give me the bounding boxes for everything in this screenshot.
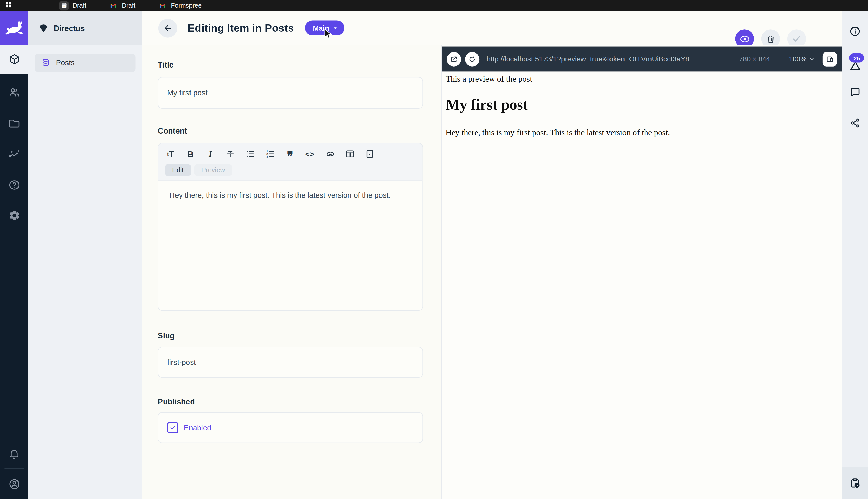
published-checkbox-label: Enabled [184, 424, 211, 432]
directus-logo[interactable] [0, 11, 28, 45]
preview-url[interactable]: http://localhost:5173/1?preview=true&tok… [487, 55, 695, 63]
live-preview-panel: http://localhost:5173/1?preview=true&tok… [442, 45, 842, 499]
app-window: 31 Draft Draft Formspree [0, 0, 868, 499]
save-check-icon [792, 34, 802, 44]
page-header: Editing Item in Posts Main [142, 11, 842, 45]
gmail-icon [158, 1, 167, 10]
sidebar-footer [842, 467, 868, 499]
format-size-icon[interactable]: tT [165, 149, 176, 159]
blockquote-icon[interactable]: ❞ [285, 149, 295, 159]
content-textarea[interactable]: Hey there, this is my first post. This i… [159, 181, 416, 210]
module-files[interactable] [0, 109, 28, 138]
published-checkbox[interactable] [167, 422, 178, 433]
navigation-sidebar: Directus Posts [28, 11, 142, 499]
published-field-label: Published [158, 397, 194, 406]
title-input[interactable]: My first post [158, 77, 423, 109]
users-module-icon [8, 86, 21, 99]
slug-input[interactable]: first-post [158, 347, 423, 378]
content-field-label: Content [158, 126, 187, 135]
gmail-icon [109, 1, 118, 10]
files-module-icon [8, 118, 21, 130]
chevron-down-icon [809, 56, 815, 62]
editor-mode-tabs: Edit Preview [165, 164, 417, 176]
slug-field-label: Slug [158, 331, 175, 340]
module-bar [0, 11, 28, 499]
right-sidebar: 25 [842, 11, 868, 499]
preview-eye-icon [739, 33, 750, 44]
open-in-new-icon [450, 55, 458, 63]
browser-tab-bar: 31 Draft Draft Formspree [0, 0, 868, 11]
shares-icon [850, 118, 860, 129]
refresh-icon [468, 55, 476, 63]
project-name: Directus [54, 23, 85, 32]
browser-tab-formspree[interactable]: Formspree [158, 1, 202, 10]
browser-tab-draft-2[interactable]: Draft [109, 1, 136, 10]
browser-tab-label: Draft [73, 2, 86, 9]
preview-zoom-select[interactable]: 100% [789, 55, 815, 63]
bold-icon[interactable]: B [185, 149, 196, 159]
numbered-list-icon[interactable]: 123 [265, 149, 276, 159]
settings-module-icon [8, 209, 21, 222]
revision-count-badge: 25 [849, 53, 864, 63]
title-value: My first post [167, 89, 207, 97]
page-title: Editing Item in Posts [188, 22, 294, 34]
notifications-bell-icon [9, 448, 20, 460]
sidebar-item-posts[interactable]: Posts [35, 54, 136, 72]
database-icon [41, 58, 50, 68]
insights-module-icon [8, 148, 21, 160]
module-help[interactable] [0, 170, 28, 199]
responsive-toggle-button[interactable] [823, 52, 837, 66]
content-module-icon [8, 53, 21, 65]
comments-icon [850, 86, 860, 97]
link-icon[interactable] [325, 149, 336, 159]
browser-tab-draft-1[interactable]: 31 Draft [59, 1, 86, 10]
notifications-button[interactable] [0, 439, 28, 468]
editor-toolbar: tT B I 123 ❞ <> [159, 144, 423, 181]
comments-drawer-button[interactable] [842, 86, 868, 97]
preview-post-body: Hey there, this is my first post. This i… [446, 128, 670, 137]
module-settings[interactable] [0, 201, 28, 230]
module-content[interactable] [0, 45, 28, 74]
preview-toolbar: http://localhost:5173/1?preview=true&tok… [442, 47, 842, 72]
project-wedge-icon [38, 23, 49, 33]
divider [4, 468, 24, 469]
tab-edit[interactable]: Edit [165, 164, 191, 176]
italic-icon[interactable]: I [205, 149, 216, 159]
slug-value: first-post [167, 358, 196, 366]
preview-document: This a preview of the post My first post… [446, 74, 670, 137]
svg-text:31: 31 [63, 5, 65, 8]
apps-grid-icon[interactable] [5, 0, 12, 10]
open-in-new-button[interactable] [447, 52, 461, 66]
refresh-button[interactable] [465, 52, 480, 66]
code-icon[interactable]: <> [304, 150, 315, 158]
svg-text:3: 3 [266, 155, 268, 158]
arrow-left-icon [163, 23, 173, 33]
published-field: Enabled [158, 412, 423, 443]
sidebar-item-label: Posts [56, 59, 75, 67]
info-drawer-button[interactable] [842, 25, 868, 37]
module-insights[interactable] [0, 140, 28, 169]
image-icon[interactable] [364, 149, 375, 159]
module-users[interactable] [0, 78, 28, 107]
browser-tab-label: Formspree [171, 2, 202, 9]
user-menu-button[interactable] [0, 470, 28, 499]
clipboard-clock-icon [849, 477, 861, 489]
project-header[interactable]: Directus [28, 11, 142, 45]
shares-drawer-button[interactable] [842, 118, 868, 129]
title-field-label: Title [158, 60, 174, 69]
tab-preview[interactable]: Preview [194, 164, 232, 176]
markdown-editor[interactable]: tT B I 123 ❞ <> [158, 143, 423, 311]
preview-dimensions: 780 × 844 [739, 55, 770, 63]
preview-post-heading: My first post [446, 96, 670, 113]
table-icon[interactable] [344, 149, 355, 159]
directus-rabbit-icon [4, 21, 24, 35]
info-icon [849, 25, 861, 37]
delete-trash-icon [766, 34, 775, 44]
strikethrough-icon[interactable] [225, 149, 236, 159]
browser-tab-label: Draft [122, 2, 136, 9]
back-button[interactable] [159, 19, 177, 37]
user-avatar-icon [8, 478, 21, 490]
preview-intro-text: This a preview of the post [446, 74, 670, 84]
calendar-icon: 31 [59, 1, 69, 10]
bulleted-list-icon[interactable] [245, 149, 256, 159]
